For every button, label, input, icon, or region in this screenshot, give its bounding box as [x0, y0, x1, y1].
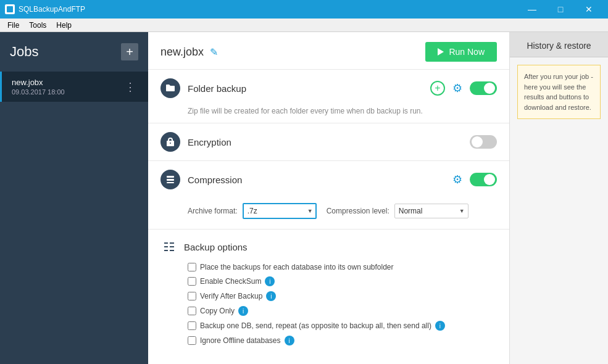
folder-backup-toggle-knob — [484, 83, 495, 94]
encryption-toggle[interactable] — [470, 135, 497, 149]
compression-header: Compression ⚙ — [148, 161, 509, 198]
add-job-button[interactable]: + — [121, 43, 138, 60]
svg-rect-0 — [7, 6, 13, 12]
checkbox-subfolder[interactable] — [188, 263, 196, 271]
content-area: new.jobx ✎ Run Now — [148, 32, 509, 364]
checkbox-verify[interactable] — [188, 292, 196, 300]
compression-level-select[interactable]: Normal Fast Ultra None — [394, 204, 468, 218]
compression-icon — [160, 170, 180, 189]
checkbox-list: Place the backups for each database into… — [160, 263, 497, 345]
compression-level-select-wrapper: Normal Fast Ultra None — [394, 204, 468, 218]
right-panel-header: History & restore — [510, 32, 608, 57]
menu-help[interactable]: Help — [51, 20, 77, 31]
folder-backup-toggle[interactable] — [470, 81, 497, 95]
checkbox-offline[interactable] — [188, 336, 196, 345]
copyonly-info-icon[interactable]: i — [238, 306, 248, 316]
edit-icon[interactable]: ✎ — [210, 46, 218, 58]
compression-options: Archive format: .7z .zip .tar.gz Compres… — [148, 198, 509, 229]
encryption-right — [470, 135, 497, 149]
checkbox-verify-label: Verify After Backup — [200, 292, 262, 300]
run-now-button[interactable]: Run Now — [425, 42, 497, 62]
encryption-icon — [160, 132, 180, 152]
checkbox-subfolder-label: Place the backups for each database into… — [200, 263, 394, 271]
encryption-header: Encryption — [148, 123, 509, 160]
archive-format-label: Archive format: — [188, 207, 238, 215]
encryption-left: Encryption — [160, 132, 231, 152]
title-bar: SQLBackupAndFTP — □ ✕ — [0, 0, 608, 19]
less-settings-link[interactable]: Less settings... — [148, 359, 509, 364]
sidebar: Jobs + new.jobx 09.03.2017 18:00 ⋮ — [0, 32, 148, 364]
run-now-label: Run Now — [449, 47, 485, 57]
svg-rect-3 — [167, 182, 174, 183]
sidebar-item-job[interactable]: new.jobx 09.03.2017 18:00 ⋮ — [0, 72, 148, 102]
minimize-button[interactable]: — — [518, 0, 546, 19]
title-bar-controls: — □ ✕ — [518, 0, 603, 19]
checkbox-copyonly[interactable] — [188, 307, 196, 315]
compression-toggle-knob — [484, 174, 495, 185]
right-panel-hint: After you run your job - here you will s… — [517, 65, 601, 119]
close-button[interactable]: ✕ — [575, 0, 603, 19]
sections-area: Folder backup + ⚙ Zip file will be creat… — [148, 70, 509, 364]
folder-backup-icon — [160, 78, 180, 98]
folder-backup-section: Folder backup + ⚙ Zip file will be creat… — [148, 70, 509, 123]
sidebar-item-name: new.jobx — [12, 78, 65, 87]
compression-section: Compression ⚙ Archive format: — [148, 161, 509, 230]
archive-format-select[interactable]: .7z .zip .tar.gz — [243, 203, 317, 219]
content-title-area: new.jobx ✎ — [160, 46, 218, 59]
sidebar-header: Jobs + — [0, 32, 148, 72]
checkbox-copyonly-label: Copy Only — [200, 307, 235, 315]
backup-options-section: Backup options Place the backups for eac… — [148, 230, 509, 359]
checkbox-item-copyonly: Copy Only i — [188, 306, 497, 316]
compression-left: Compression — [160, 170, 242, 189]
folder-backup-add-button[interactable]: + — [430, 81, 445, 96]
compression-level-label: Compression level: — [327, 207, 389, 215]
backup-options-icon — [160, 238, 178, 255]
checkbox-item-checksum: Enable CheckSum i — [188, 276, 497, 286]
app-icon — [5, 4, 15, 14]
sidebar-item-date: 09.03.2017 18:00 — [12, 88, 65, 96]
encryption-toggle-knob — [472, 136, 483, 147]
svg-rect-2 — [167, 179, 174, 181]
folder-backup-gear-button[interactable]: ⚙ — [452, 81, 462, 95]
checkbox-checksum[interactable] — [188, 277, 196, 286]
folder-backup-right: + ⚙ — [430, 81, 497, 96]
checkbox-item-subfolder: Place the backups for each database into… — [188, 263, 497, 271]
compression-level-group: Compression level: Normal Fast Ultra Non… — [327, 204, 468, 218]
menu-tools[interactable]: Tools — [24, 20, 51, 31]
app-title: SQLBackupAndFTP — [19, 5, 85, 14]
encryption-title: Encryption — [188, 137, 231, 147]
compression-gear-button[interactable]: ⚙ — [452, 173, 462, 186]
compression-right: ⚙ — [452, 173, 497, 186]
right-panel: History & restore After you run your job… — [509, 32, 608, 364]
checkbox-onedb-label: Backup one DB, send, repeat (as opposite… — [200, 321, 431, 330]
compression-title: Compression — [188, 175, 242, 185]
content-header: new.jobx ✎ Run Now — [148, 32, 509, 70]
title-bar-left: SQLBackupAndFTP — [5, 4, 85, 14]
checkbox-item-onedb: Backup one DB, send, repeat (as opposite… — [188, 321, 497, 331]
checkbox-checksum-label: Enable CheckSum — [200, 277, 261, 286]
checkbox-offline-label: Ignore Offline databases — [200, 336, 281, 345]
maximize-button[interactable]: □ — [546, 0, 575, 19]
compression-toggle[interactable] — [470, 173, 497, 186]
checkbox-item-offline: Ignore Offline databases i — [188, 336, 497, 345]
folder-backup-description: Zip file will be created for each folder… — [148, 107, 509, 123]
backup-options-header: Backup options — [160, 238, 497, 255]
menu-file[interactable]: File — [2, 20, 24, 31]
verify-info-icon[interactable]: i — [266, 291, 276, 301]
sidebar-item-menu-icon[interactable]: ⋮ — [122, 79, 138, 95]
run-icon — [438, 48, 444, 56]
offline-info-icon[interactable]: i — [285, 336, 294, 345]
sidebar-title: Jobs — [10, 44, 38, 60]
folder-backup-header: Folder backup + ⚙ — [148, 70, 509, 107]
menu-bar: File Tools Help — [0, 19, 608, 32]
folder-backup-left: Folder backup — [160, 78, 246, 98]
folder-backup-title: Folder backup — [188, 83, 246, 94]
encryption-section: Encryption — [148, 123, 509, 161]
svg-rect-1 — [167, 176, 174, 178]
checksum-info-icon[interactable]: i — [265, 276, 275, 286]
archive-format-group: Archive format: .7z .zip .tar.gz — [188, 203, 317, 219]
onedb-info-icon[interactable]: i — [435, 321, 445, 331]
backup-options-title: Backup options — [184, 242, 248, 252]
checkbox-onedb[interactable] — [188, 321, 196, 330]
checkbox-item-verify: Verify After Backup i — [188, 291, 497, 301]
